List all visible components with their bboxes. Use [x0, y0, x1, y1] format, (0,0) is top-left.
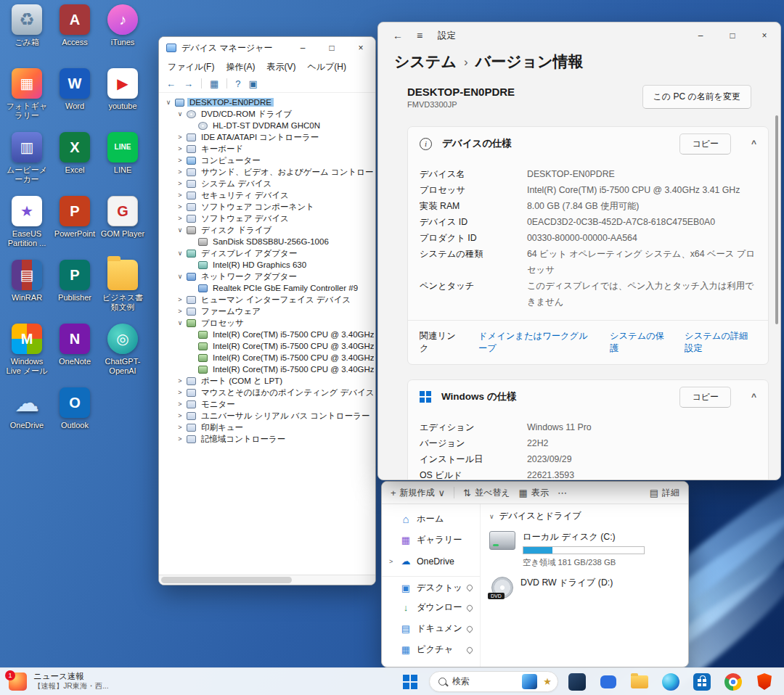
windows-spec-header[interactable]: Windows の仕様 コピー ^ [408, 380, 768, 414]
help-icon[interactable]: ? [235, 79, 240, 89]
more-options-button[interactable]: ⋯ [558, 488, 567, 498]
device-tree-item[interactable]: ソフトウェア コンポーネント [160, 201, 374, 213]
maximize-button[interactable]: □ [317, 37, 346, 59]
device-tree-item[interactable]: ファームウェア [160, 305, 374, 317]
desktop-icon[interactable]: ▤ WinRAR [4, 260, 50, 324]
desktop-icon[interactable]: ☁ OneDrive [4, 387, 50, 451]
desktop-icon[interactable]: M Windows Live メール [4, 324, 50, 387]
details-pane-button[interactable]: ▤ 詳細 [650, 487, 679, 499]
photos-app-icon[interactable] [565, 670, 589, 694]
device-tree-item[interactable]: モニター [160, 398, 374, 410]
device-tree-item[interactable]: ネットワーク アダプター [160, 271, 374, 282]
device-tree-item[interactable]: IDE ATA/ATAPI コントローラー [160, 131, 374, 143]
tree-expand-icon[interactable] [176, 412, 184, 419]
menu-item[interactable]: 操作(A) [220, 59, 261, 75]
minimize-button[interactable]: – [685, 22, 716, 49]
device-tree-item[interactable]: Intel(R) Core(TM) i5-7500 CPU @ 3.40GHz [160, 363, 374, 375]
device-tree-item[interactable]: キーボード [160, 143, 374, 155]
desktop-icon[interactable]: X Excel [52, 132, 98, 196]
close-button[interactable]: × [748, 22, 780, 49]
horizontal-scrollbar[interactable] [159, 575, 375, 585]
desktop-icon[interactable]: P PowerPoint [52, 196, 98, 260]
device-tree-item[interactable]: Intel(R) Core(TM) i5-7500 CPU @ 3.40GHz [160, 329, 374, 340]
system-protection-link[interactable]: システムの保護 [610, 330, 666, 355]
device-tree-item[interactable]: DESKTOP-EN0PDRE [160, 96, 374, 108]
tree-expand-icon[interactable] [176, 157, 184, 164]
tree-expand-icon[interactable] [176, 400, 184, 408]
drive-c-item[interactable]: ローカル ディスク (C:) 空き領域 181 GB/238 GB [489, 531, 681, 568]
device-tree-item[interactable]: ユニバーサル シリアル バス コントローラー [160, 410, 374, 421]
tree-expand-icon[interactable] [176, 192, 184, 199]
device-tree-item[interactable]: SanDisk SD8SB8U-256G-1006 [160, 236, 374, 247]
desktop-icon[interactable]: N OneNote [52, 324, 98, 387]
device-tree-item[interactable]: コンピューター [160, 155, 374, 166]
copy-button[interactable]: コピー [679, 387, 731, 408]
device-tree-item[interactable]: ポート (COM と LPT) [160, 375, 374, 387]
desktop-icon[interactable]: ♪ iTunes [99, 4, 146, 68]
device-tree-item[interactable]: Intel(R) Core(TM) i5-7500 CPU @ 3.40GHz [160, 352, 374, 363]
tree-expand-icon[interactable] [176, 203, 184, 210]
tree-expand-icon[interactable] [176, 133, 184, 141]
desktop-icon[interactable]: ビジネス書類文例 [99, 260, 146, 324]
tree-expand-icon[interactable] [165, 99, 172, 106]
tree-expand-icon[interactable] [176, 215, 184, 222]
tree-expand-icon[interactable] [176, 145, 184, 152]
tree-expand-icon[interactable] [176, 424, 184, 431]
advanced-system-settings-link[interactable]: システムの詳細設定 [685, 330, 756, 355]
tree-expand-icon[interactable] [176, 389, 184, 396]
maximize-button[interactable]: □ [716, 22, 748, 49]
drive-d-item[interactable]: DVD DVD RW ドライブ (D:) [489, 577, 681, 599]
menu-item[interactable]: 表示(V) [261, 59, 301, 75]
desktop-icon[interactable]: ▦ フォトギャラリー [4, 68, 50, 132]
tree-expand-icon[interactable] [176, 296, 184, 303]
tree-expand-icon[interactable] [176, 250, 184, 257]
tree-expand-icon[interactable] [176, 168, 184, 176]
desktop-icon[interactable]: ◎ ChatGPT-OpenAI [99, 324, 146, 387]
device-tree-item[interactable]: 印刷キュー [160, 421, 374, 433]
search-box[interactable]: 検索 ★ [429, 671, 558, 692]
tree-expand-icon[interactable] [176, 319, 184, 326]
sidebar-item[interactable]: > ⌂ ホーム [382, 509, 480, 530]
sidebar-item[interactable]: > ▣ デスクトップ [382, 576, 480, 597]
desktop-icon[interactable]: W Word [52, 68, 98, 132]
sort-button[interactable]: ⇅ 並べ替え [463, 487, 510, 499]
desktop-icon[interactable]: A Access [52, 4, 98, 68]
back-icon[interactable]: ← [388, 30, 407, 41]
desktop-icon[interactable]: P Publisher [52, 260, 98, 324]
device-tree-item[interactable]: 記憶域コントローラー [160, 433, 374, 445]
device-tree-item[interactable]: セキュリティ デバイス [160, 189, 374, 201]
device-tree-item[interactable]: HL-DT-ST DVDRAM GHC0N [160, 120, 374, 131]
widgets-button[interactable]: 1 ニュース速報 【速報】JR東海・西... [0, 668, 118, 695]
file-explorer-icon[interactable] [627, 670, 652, 694]
device-tree-item[interactable]: Intel(R) HD Graphics 630 [160, 259, 374, 271]
rename-pc-button[interactable]: この PC の名前を変更 [642, 85, 751, 109]
device-tree-item[interactable]: ディスプレイ アダプター [160, 247, 374, 259]
device-tree-item[interactable]: プロセッサ [160, 317, 374, 329]
device-tree-item[interactable]: マウスとそのほかのポインティング デバイス [160, 387, 374, 398]
device-tree-item[interactable]: サウンド、ビデオ、およびゲーム コントローラー [160, 166, 374, 178]
edge-browser-icon[interactable] [658, 670, 683, 694]
desktop-icon[interactable]: LINE LINE [99, 132, 146, 196]
desktop-icon[interactable]: O Outlook [52, 387, 98, 451]
tree-expand-icon[interactable] [176, 273, 184, 280]
tree-expand-icon[interactable] [176, 377, 184, 384]
chrome-browser-icon[interactable] [721, 670, 746, 694]
minimize-button[interactable]: – [288, 37, 317, 59]
nav-forward-icon[interactable]: → [184, 79, 193, 89]
tree-expand-icon[interactable] [176, 110, 184, 118]
device-tree-item[interactable]: ソフトウェア デバイス [160, 213, 374, 224]
computer-scan-icon[interactable]: ▣ [249, 79, 258, 89]
microsoft-store-icon[interactable] [690, 670, 714, 694]
sidebar-item[interactable]: > ☁ OneDrive [382, 551, 480, 572]
sidebar-item[interactable]: > ↓ ダウンロード [382, 597, 480, 618]
sidebar-item[interactable]: > ▦ ピクチャ [382, 639, 480, 660]
desktop-icon[interactable]: ♻ ごみ箱 [4, 4, 50, 68]
desktop-icon[interactable]: ▥ ムービーメーカー [4, 132, 50, 196]
chat-app-icon[interactable] [596, 670, 621, 694]
device-tree-item[interactable]: ヒューマン インターフェイス デバイス [160, 294, 374, 305]
menu-item[interactable]: ヘルプ(H) [301, 59, 352, 75]
device-tree-item[interactable]: ディスク ドライブ [160, 224, 374, 236]
device-tree-item[interactable]: Intel(R) Core(TM) i5-7500 CPU @ 3.40GHz [160, 340, 374, 352]
chevron-up-icon[interactable]: ^ [751, 139, 756, 149]
chevron-right-icon[interactable]: > [389, 558, 395, 565]
